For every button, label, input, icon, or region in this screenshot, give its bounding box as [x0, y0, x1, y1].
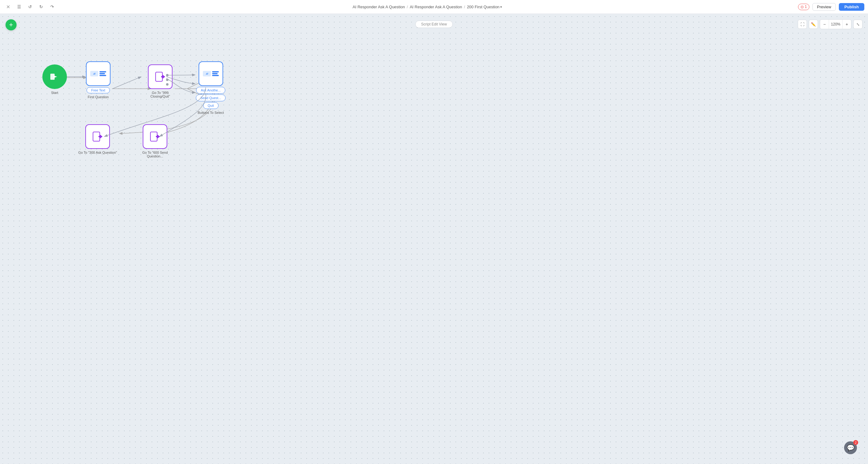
svg-point-10: [95, 73, 96, 74]
svg-rect-14: [161, 76, 165, 78]
goto-999-node[interactable]: Go To "999 Closing/Quit": [142, 64, 179, 98]
goto-600-label: Go To "600 Send Question...: [135, 151, 175, 158]
menu-icon: ☰: [17, 4, 21, 9]
ask-another-pill[interactable]: Ask Anothe...: [196, 87, 225, 94]
breadcrumb-1[interactable]: AI Responder Ask A Question: [353, 5, 405, 9]
start-circle: [42, 64, 67, 89]
goto-600-box: [143, 124, 167, 149]
flow-arrows: [0, 14, 434, 232]
goto-999-box: [148, 64, 173, 89]
undo-button[interactable]: ↺: [26, 2, 34, 11]
arrows-overlay: [0, 14, 434, 232]
redo-back-button[interactable]: ↻: [37, 2, 45, 11]
svg-line-28: [113, 77, 141, 89]
menu-button[interactable]: ☰: [15, 2, 23, 11]
script-edit-label: Script Edit View: [415, 21, 434, 28]
goto-300-label: Go To "300 Ask Question": [78, 151, 117, 154]
redo-icon: ↷: [50, 4, 54, 9]
svg-rect-21: [98, 136, 102, 137]
start-label: Start: [51, 91, 58, 94]
svg-marker-7: [53, 75, 57, 78]
undo-icon: ↺: [28, 4, 32, 9]
plus-icon: +: [9, 21, 13, 29]
buttons-sublabel: Buttons To Select: [198, 111, 224, 115]
breadcrumb-sep-1: /: [407, 5, 408, 9]
buttons-node-box: [198, 61, 223, 86]
start-node[interactable]: Start: [42, 64, 67, 94]
close-button[interactable]: ✕: [4, 2, 12, 11]
redo-button[interactable]: ↷: [48, 2, 57, 11]
goto-300-node[interactable]: Go To "300 Ask Question": [78, 124, 117, 154]
goto-300-box: [85, 124, 110, 149]
goto-600-node[interactable]: Go To "600 Send Question...: [135, 124, 175, 158]
quit-pill[interactable]: Quit: [203, 102, 219, 109]
free-text-sublabel: First Question: [88, 95, 108, 99]
redo-back-icon: ↻: [39, 4, 43, 9]
topbar: ✕ ☰ ↺ ↻ ↷ AI Responder Ask A Question / …: [0, 0, 434, 14]
free-text-box: [86, 61, 111, 86]
send-quest-pill[interactable]: Send Quest...: [196, 94, 226, 101]
free-text-node[interactable]: Free Text First Question: [86, 61, 111, 99]
breadcrumb-2[interactable]: AI Responder Ask A Question: [410, 5, 434, 9]
add-node-button[interactable]: +: [5, 19, 17, 30]
svg-point-17: [207, 73, 208, 74]
buttons-to-select-node[interactable]: Ask Anothe... Send Quest... Quit Buttons…: [196, 61, 226, 115]
free-text-pill[interactable]: Free Text: [87, 87, 110, 93]
svg-rect-25: [156, 136, 160, 137]
goto-999-label: Go To "999 Closing/Quit": [142, 91, 179, 98]
canvas: Script Edit View ⛶ ✏️ − 120% + ⤡ +: [0, 14, 434, 232]
close-icon: ✕: [6, 4, 10, 10]
